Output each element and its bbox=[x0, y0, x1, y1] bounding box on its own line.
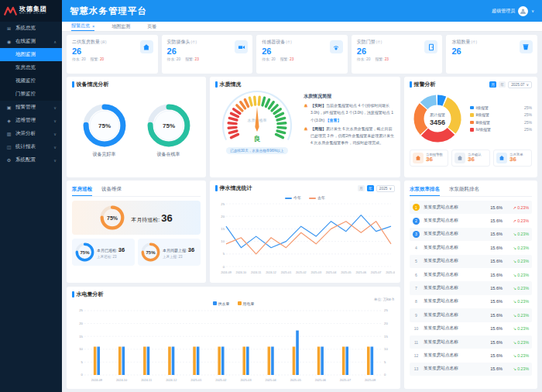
svg-text:5: 5 bbox=[384, 360, 386, 364]
bell-icon: 🔔︎ bbox=[304, 126, 308, 147]
ranking-row[interactable]: 4某某泵房站点名称15.6%↘ 0.23% bbox=[410, 241, 532, 254]
sidebar-item[interactable]: ◈运维管理∨ bbox=[0, 114, 62, 127]
camera-icon bbox=[235, 40, 248, 53]
svg-text:20: 20 bbox=[221, 215, 225, 218]
svg-text:2025-07: 2025-07 bbox=[340, 378, 351, 382]
panel-title: 报警分析 bbox=[410, 81, 436, 88]
ranking-row[interactable]: 3某某泵房站点名称15.6%↘ 0.23% bbox=[410, 228, 532, 241]
legend-item: 供水量 bbox=[213, 301, 230, 306]
house-icon bbox=[496, 153, 507, 163]
svg-text:25: 25 bbox=[384, 308, 388, 312]
view-tab[interactable]: 页签 bbox=[147, 22, 156, 31]
svg-text:20: 20 bbox=[384, 322, 388, 325]
card-footer: 停水: 20报警: 20 bbox=[72, 57, 153, 61]
svg-text:2025-08: 2025-08 bbox=[365, 378, 376, 382]
inspection-tab[interactable]: 泵房巡检 bbox=[72, 184, 92, 196]
sidebar-item[interactable]: ▥决策分析∨ bbox=[0, 127, 62, 140]
water-quality-panel: 水质情况 水质合格率良 已连续30天，水质合格率96%以上 水质情况简报 🔔︎【… bbox=[210, 77, 400, 177]
unit-label: 单位: 万kw·h bbox=[374, 297, 394, 301]
ranking-row[interactable]: 1某某泵房站点名称15.6%↗ 0.23% bbox=[410, 201, 532, 214]
ranking-tab[interactable]: 水泵能耗排名 bbox=[449, 184, 479, 196]
close-icon[interactable]: × bbox=[92, 24, 94, 29]
pending-inspection-stat: 75% 本月待巡检: 36 bbox=[72, 201, 201, 235]
sidebar-item[interactable]: ◫统计报表∨ bbox=[0, 140, 62, 153]
svg-text:2025-07: 2025-07 bbox=[371, 271, 382, 274]
stat-card: 二供泵房数量(座) 26 停水: 20报警: 20 bbox=[67, 35, 158, 74]
svg-text:15: 15 bbox=[221, 227, 225, 231]
svg-text:5: 5 bbox=[223, 252, 225, 256]
period-select[interactable]: 2025.07∨ bbox=[508, 81, 532, 88]
alarm-stat: 当月派单36 bbox=[493, 150, 532, 167]
tabbar: 报警总览×地图监测页签 bbox=[62, 22, 542, 32]
period-toggle-月[interactable]: 月 bbox=[358, 185, 365, 191]
view-tab[interactable]: 地图监测 bbox=[111, 22, 130, 31]
sidebar-subitem[interactable]: 门禁监控 bbox=[0, 88, 62, 101]
svg-text:2024-11: 2024-11 bbox=[141, 378, 152, 382]
gold-medal-icon: 1 bbox=[413, 204, 420, 211]
ranking-row[interactable]: 13某某泵房站点名称15.6%↘ 0.23% bbox=[410, 363, 532, 376]
rank-number: 11 bbox=[413, 339, 420, 346]
rank-number: 5 bbox=[413, 258, 420, 265]
avatar[interactable] bbox=[518, 6, 528, 16]
svg-text:2024-10: 2024-10 bbox=[116, 378, 127, 382]
sidebar-item[interactable]: ⚙系统配置∨ bbox=[0, 153, 62, 167]
rank-number: 4 bbox=[413, 244, 420, 251]
svg-text:2025-04: 2025-04 bbox=[266, 378, 277, 382]
chevron-down-icon[interactable]: ∨ bbox=[531, 9, 534, 13]
svg-text:25: 25 bbox=[221, 202, 225, 206]
stat-card: 传感器设备(个) 26 停水: 20报警: 23 bbox=[256, 35, 348, 74]
svg-text:2025-02: 2025-02 bbox=[215, 378, 226, 382]
inspection-tab[interactable]: 设备维保 bbox=[101, 184, 122, 196]
app-root: 玫德集团 MEIDE GROUP ⊞系统总览◉在线监测∧地图监测泵房总览视频监控… bbox=[0, 0, 542, 392]
svg-text:2024-09: 2024-09 bbox=[221, 271, 232, 274]
period-toggle-月[interactable]: 月 bbox=[489, 81, 496, 88]
bell-icon: 🔔︎ bbox=[304, 102, 308, 124]
svg-text:2024-10: 2024-10 bbox=[236, 271, 247, 274]
ops-icon: ◈ bbox=[5, 118, 12, 123]
sidebar-item[interactable]: ▣报警管理∨ bbox=[0, 101, 62, 114]
sidebar-item[interactable]: ⊞系统总览 bbox=[0, 22, 62, 35]
card-footer: 停水: 20报警: 23 bbox=[167, 57, 248, 61]
view-tab[interactable]: 报警总览× bbox=[71, 22, 94, 31]
inspection-panel: 泵房巡检设备维保 75% 本月待巡检: 36 75%本月已巡检: 36上月巡检:… bbox=[67, 181, 206, 283]
alarm-donut-chart: 累计报警3456 bbox=[410, 91, 465, 147]
svg-text:2025-04: 2025-04 bbox=[326, 271, 337, 274]
ranking-row[interactable]: 7某某泵房站点名称15.6%↘ 0.23% bbox=[410, 281, 532, 294]
ranking-tab[interactable]: 水泵效率排名 bbox=[410, 184, 440, 196]
quality-banner: 已连续30天，水质合格率96%以上 bbox=[226, 147, 287, 154]
inspection-stat-card: 75%本月已巡检: 36上月巡检: 23 bbox=[72, 239, 135, 266]
topbar: 智慧水务管理平台 超级管理员 ∨ bbox=[62, 0, 542, 22]
ranking-row[interactable]: 9某某泵房站点名称15.6%↘ 0.23% bbox=[410, 308, 532, 322]
period-toggle-年[interactable]: 年 bbox=[367, 185, 374, 191]
ranking-row[interactable]: 12某某泵房站点名称15.6%↘ 0.23% bbox=[410, 349, 532, 362]
report-title: 水质情况简报 bbox=[304, 93, 395, 100]
inspection-stat-card: 75%本月问题上报: 36上月上报: 23 bbox=[138, 239, 201, 266]
progress-ring: 75% bbox=[147, 104, 190, 147]
sidebar-item[interactable]: ◉在线监测∧ bbox=[0, 35, 62, 48]
stat-card: 安防门禁(个) 26 停水: 20报警: 23 bbox=[352, 35, 443, 74]
svg-text:75%: 75% bbox=[162, 122, 174, 129]
ranking-row[interactable]: 8某某泵房站点名称15.6%↘ 0.23% bbox=[410, 295, 532, 308]
ranking-row[interactable]: 11某某泵房站点名称15.6%↘ 0.23% bbox=[410, 335, 532, 349]
ranking-row[interactable]: 5某某泵房站点名称15.6%↘ 0.23% bbox=[410, 255, 532, 268]
analysis-icon: ▥ bbox=[5, 131, 12, 136]
alarm-stat: 当前报警数36 bbox=[410, 150, 448, 167]
sidebar-subitem[interactable]: 视频监控 bbox=[0, 74, 62, 88]
period-toggle-年[interactable]: 年 bbox=[499, 81, 506, 88]
svg-text:2025-06: 2025-06 bbox=[315, 378, 326, 382]
ranking-row[interactable]: 6某某泵房站点名称15.6%↘ 0.23% bbox=[410, 268, 532, 281]
svg-text:0: 0 bbox=[223, 265, 225, 269]
logo-sub: MEIDE GROUP bbox=[19, 12, 47, 15]
chevron-icon: ∧ bbox=[53, 40, 57, 44]
svg-text:75%: 75% bbox=[107, 215, 118, 220]
report-icon: ◫ bbox=[5, 144, 12, 150]
view-link[interactable]: 【查看】 bbox=[325, 118, 341, 122]
ranking-row[interactable]: 2某某泵房站点名称15.6%↗ 0.23% bbox=[410, 214, 532, 227]
alarm-stat: 当月确认36 bbox=[451, 150, 490, 167]
svg-text:2025-08: 2025-08 bbox=[386, 271, 395, 274]
svg-text:2025-05: 2025-05 bbox=[341, 271, 352, 274]
sidebar-subitem[interactable]: 泵房总览 bbox=[0, 61, 62, 74]
period-select[interactable]: 2025∨ bbox=[376, 185, 395, 192]
sidebar-subitem[interactable]: 地图监测 bbox=[0, 48, 62, 61]
ranking-row[interactable]: 10某某泵房站点名称15.6%↘ 0.23% bbox=[410, 322, 532, 335]
